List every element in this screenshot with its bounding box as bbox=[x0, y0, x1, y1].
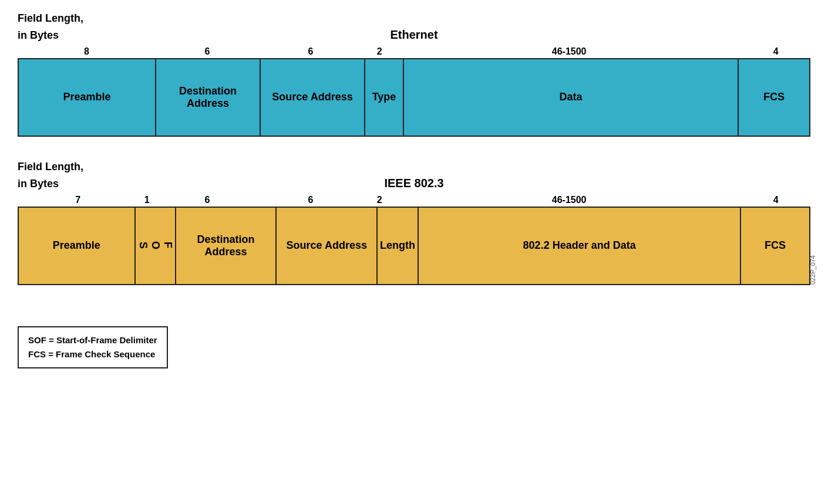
ieee-cell-length: Length bbox=[378, 208, 419, 284]
ieee-field-length-label: Field Length, bbox=[18, 160, 112, 174]
ieee-frame: Preamble SOF Destination Address Source … bbox=[18, 207, 810, 285]
eth-field-length-label2: in Bytes bbox=[18, 29, 112, 42]
legend-box: SOF = Start-of-Frame Delimiter FCS = Fra… bbox=[18, 326, 168, 368]
ethernet-title: Ethernet bbox=[112, 28, 716, 42]
watermark: 022P_074 bbox=[809, 255, 816, 285]
ieee-lbl-sof: 1 bbox=[138, 195, 155, 205]
ieee-lbl-fcs: 4 bbox=[742, 195, 810, 205]
ieee-cell-src: Source Address bbox=[277, 208, 378, 284]
eth-lbl-src: 6 bbox=[259, 46, 362, 57]
eth-cell-data: Data bbox=[404, 59, 739, 136]
ieee-title: IEEE 802.3 bbox=[112, 177, 716, 190]
ethernet-frame: Preamble Destination Address Source Addr… bbox=[18, 58, 810, 137]
eth-lbl-dst: 6 bbox=[156, 46, 259, 57]
ieee-lbl-length: 2 bbox=[362, 195, 397, 205]
ieee-cell-sof: SOF bbox=[136, 208, 176, 284]
eth-cell-preamble: Preamble bbox=[19, 59, 156, 136]
eth-cell-type: Type bbox=[365, 59, 404, 136]
ieee-lbl-dst: 6 bbox=[156, 195, 259, 205]
ieee-lbl-preamble: 7 bbox=[18, 195, 138, 205]
ieee-cell-dst: Destination Address bbox=[176, 208, 277, 284]
ieee-cell-fcs: FCS bbox=[741, 208, 809, 284]
eth-cell-fcs: FCS bbox=[739, 59, 809, 136]
eth-lbl-fcs: 4 bbox=[742, 46, 810, 57]
eth-cell-dst: Destination Address bbox=[156, 59, 261, 136]
ieee-field-length-label2: in Bytes bbox=[18, 177, 112, 191]
ieee-sof-text: SOF bbox=[137, 241, 174, 251]
legend-line1: SOF = Start-of-Frame Delimiter bbox=[28, 333, 157, 347]
eth-lbl-data: 46-1500 bbox=[397, 46, 742, 57]
ieee-diagram: Field Length, in Bytes IEEE 802.3 7 1 6 … bbox=[18, 160, 810, 285]
eth-cell-src: Source Address bbox=[261, 59, 365, 136]
ethernet-diagram: Field Length, in Bytes Ethernet 8 6 6 2 … bbox=[18, 12, 810, 137]
eth-byte-labels: 8 6 6 2 46-1500 4 bbox=[18, 46, 810, 57]
ieee-lbl-src: 6 bbox=[259, 195, 362, 205]
ieee-cell-preamble: Preamble bbox=[19, 208, 136, 284]
ieee-byte-labels: 7 1 6 6 2 46-1500 4 bbox=[18, 195, 810, 205]
eth-field-length-label: Field Length, bbox=[18, 12, 112, 25]
ieee-lbl-data: 46-1500 bbox=[397, 195, 742, 205]
eth-lbl-preamble: 8 bbox=[18, 46, 156, 57]
ieee-cell-data: 802.2 Header and Data bbox=[419, 208, 741, 284]
legend-line2: FCS = Frame Check Sequence bbox=[28, 347, 157, 361]
eth-lbl-type: 2 bbox=[362, 46, 397, 57]
